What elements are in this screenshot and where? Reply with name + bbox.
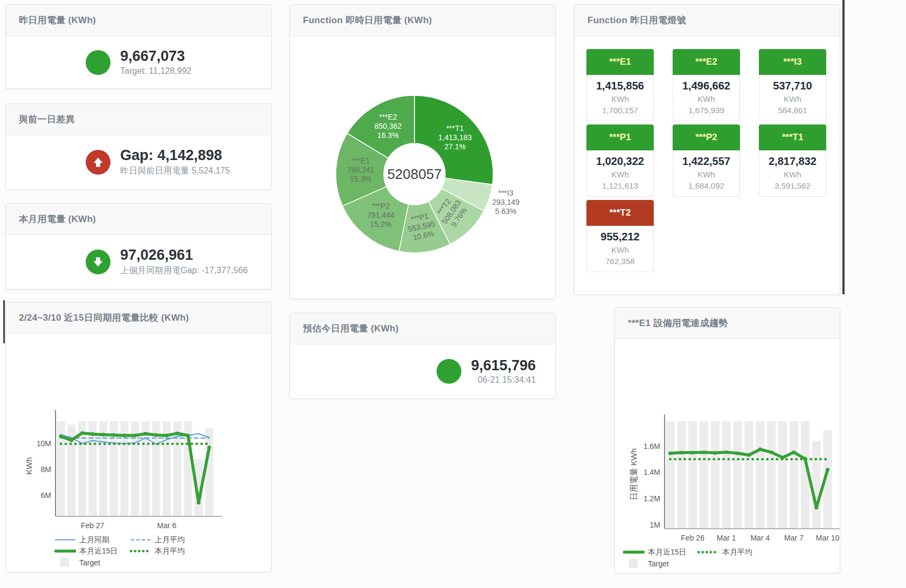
up-arrow-icon — [86, 150, 110, 175]
legend-line-marker — [54, 536, 76, 544]
svg-text:8M: 8M — [41, 465, 51, 474]
svg-text:1.6M: 1.6M — [644, 442, 660, 451]
card-realtime-donut: Function 即時日用電量 (KWh) ***T11,413,18327.1… — [289, 4, 556, 299]
legend-line-marker — [130, 547, 151, 555]
stat-value: 9,667,073 — [120, 49, 191, 65]
comparison-chart-canvas[interactable]: 6M8M10MFeb 27Mar 6KWh — [6, 334, 271, 534]
tile-value: 1,020,322 — [587, 155, 653, 168]
legend-label: 本月近15日 — [79, 547, 118, 556]
tile-target-value: 3,591,562 — [759, 181, 826, 190]
light-tile[interactable]: ***E21,496,662KWh1,675,939 — [673, 49, 740, 121]
svg-text:Mar 10: Mar 10 — [816, 534, 840, 542]
tile-unit: KWh — [587, 94, 653, 103]
legend-label: 本月平均 — [722, 548, 752, 557]
legend-bar-marker — [54, 558, 76, 566]
tile-label: ***E1 — [586, 49, 654, 75]
svg-text:***I3293,1495.63%: ***I3293,1495.63% — [492, 189, 520, 216]
comparison-chart-legend: 上月同期上月平均本月近15日本月平均Target — [6, 534, 271, 568]
svg-text:KWh: KWh — [24, 457, 33, 475]
legend-item[interactable]: Target — [623, 559, 697, 568]
svg-text:Mar 1: Mar 1 — [717, 534, 736, 542]
donut-chart-canvas[interactable]: ***T11,413,18327.1%***I3293,1495.63%***T… — [290, 36, 555, 299]
card-gap-previous-day: 與前一日差異 Gap: 4,142,898 昨日與前日用電量 5,524,175 — [5, 103, 272, 190]
card-e1-trend-chart: ***E1 設備用電達成趨勢 1M1.2M1.4M1.6MFeb 26Mar 1… — [614, 307, 840, 573]
stat-subtext: 上個月同期用電Gap: -17,377,566 — [120, 265, 248, 276]
svg-text:Mar 7: Mar 7 — [784, 534, 804, 542]
svg-text:10M: 10M — [37, 439, 51, 448]
tile-value: 2,817,832 — [759, 155, 826, 168]
tile-unit: KWh — [759, 170, 826, 179]
light-tile[interactable]: ***T12,817,832KWh3,591,562 — [759, 124, 826, 197]
scrollbar-thumb[interactable] — [842, 0, 845, 294]
svg-text:Feb 26: Feb 26 — [681, 534, 704, 542]
legend-item[interactable]: 本月平均 — [130, 547, 205, 556]
legend-item[interactable]: 本月近15日 — [54, 547, 130, 556]
card-title: ***E1 設備用電達成趨勢 — [615, 308, 840, 339]
card-estimated-today: 預估今日用電量 (KWh) 9,615,796 06-21 15:34:41 — [289, 313, 556, 399]
legend-item[interactable]: Target — [54, 558, 130, 567]
tile-target-value: 584,861 — [759, 106, 826, 115]
down-arrow-icon — [86, 250, 110, 274]
tile-value: 537,710 — [759, 80, 826, 92]
scrollbar-thumb[interactable] — [3, 300, 5, 343]
light-tile[interactable]: ***E11,415,856KWh1,700,157 — [586, 49, 654, 121]
legend-label: Target — [79, 558, 100, 567]
svg-text:Mar 4: Mar 4 — [750, 534, 770, 542]
svg-text:日用電量 KWh: 日用電量 KWh — [629, 448, 638, 501]
tile-unit: KWh — [673, 94, 739, 103]
stat-subtext: 昨日與前日用電量 5,524,175 — [120, 165, 230, 177]
legend-item[interactable]: 本月近15日 — [623, 548, 697, 557]
tile-unit: KWh — [587, 245, 653, 254]
stat-subtext: 06-21 15:34:41 — [471, 375, 536, 385]
tile-label: ***I3 — [759, 49, 826, 75]
tile-target-value: 762,358 — [587, 257, 653, 266]
stat-value: 97,026,961 — [120, 247, 248, 264]
legend-label: Target — [648, 559, 669, 568]
legend-line-marker — [623, 548, 645, 556]
legend-line-marker — [697, 548, 719, 556]
svg-text:Feb 27: Feb 27 — [81, 521, 105, 530]
card-yesterday-status-lights: Function 昨日用電燈號 ***E11,415,856KWh1,700,1… — [574, 4, 840, 295]
svg-text:1.2M: 1.2M — [644, 494, 660, 503]
tile-value: 1,422,557 — [673, 155, 739, 168]
card-15day-comparison-chart: 2/24~3/10 近15日同期用電量比較 (KWh) 6M8M10MFeb 2… — [5, 302, 272, 572]
legend-item[interactable]: 上月同期 — [54, 535, 130, 545]
stat-subtext: Target: 11,128,992 — [120, 66, 191, 76]
trend-chart-legend: 本月近15日本月平均Target — [615, 547, 840, 569]
legend-label: 上月平均 — [155, 535, 185, 545]
tile-label: ***E2 — [673, 49, 740, 75]
tile-label: ***P1 — [586, 124, 654, 150]
lights-grid: ***E11,415,856KWh1,700,157***E21,496,662… — [575, 36, 840, 285]
legend-label: 本月平均 — [155, 547, 185, 556]
tile-target-value: 1,675,939 — [673, 106, 739, 115]
light-tile[interactable]: ***T2955,212KWh762,358 — [586, 200, 654, 272]
card-title: 昨日用電量 (KWh) — [6, 5, 271, 36]
legend-bar-marker — [623, 559, 645, 568]
svg-text:Mar 6: Mar 6 — [157, 521, 177, 530]
legend-line-marker — [130, 536, 151, 544]
card-title: 2/24~3/10 近15日同期用電量比較 (KWh) — [6, 302, 271, 334]
legend-label: 本月近15日 — [648, 548, 687, 557]
svg-text:6M: 6M — [41, 491, 51, 500]
tile-target-value: 1,684,092 — [673, 181, 739, 190]
light-tile[interactable]: ***P21,422,557KWh1,684,092 — [673, 124, 740, 197]
trend-chart-canvas[interactable]: 1M1.2M1.4M1.6MFeb 26Mar 1Mar 4Mar 7Mar 1… — [615, 339, 840, 547]
legend-item[interactable]: 本月平均 — [697, 548, 772, 557]
status-circle-icon — [437, 359, 461, 384]
tile-label: ***T1 — [759, 124, 826, 150]
tile-value: 1,415,856 — [587, 80, 653, 92]
card-yesterday-usage: 昨日用電量 (KWh) 9,667,073 Target: 11,128,992 — [5, 4, 272, 89]
legend-label: 上月同期 — [79, 535, 109, 545]
tile-target-value: 1,121,613 — [587, 181, 653, 190]
legend-item[interactable]: 上月平均 — [130, 535, 205, 545]
tile-value: 1,496,662 — [673, 80, 739, 92]
svg-text:1.4M: 1.4M — [644, 468, 660, 476]
status-circle-icon — [86, 50, 110, 75]
card-title: Function 即時日用電量 (KWh) — [290, 5, 555, 36]
light-tile[interactable]: ***P11,020,322KWh1,121,613 — [586, 124, 654, 197]
stat-value: 9,615,796 — [471, 358, 536, 374]
tile-label: ***T2 — [586, 200, 654, 226]
light-tile[interactable]: ***I3537,710KWh584,861 — [759, 49, 826, 121]
svg-text:1M: 1M — [650, 521, 660, 529]
tile-unit: KWh — [673, 170, 739, 179]
